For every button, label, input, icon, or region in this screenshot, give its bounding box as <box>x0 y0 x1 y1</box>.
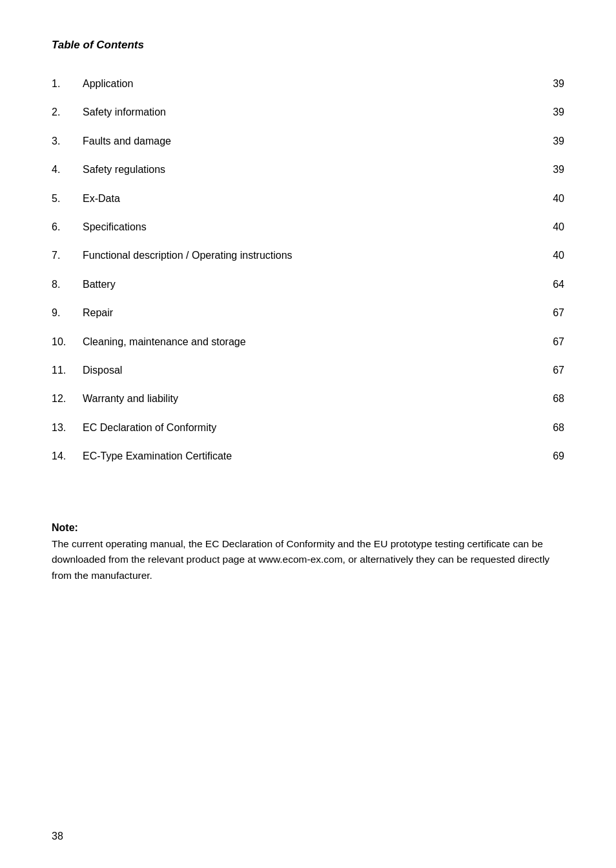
toc-row: 6.Specifications40 <box>52 213 564 241</box>
toc-row-number: 11. <box>52 356 83 385</box>
toc-row: 4.Safety regulations39 <box>52 156 564 184</box>
toc-row-number: 3. <box>52 127 83 156</box>
toc-row: 14.EC-Type Examination Certificate69 <box>52 442 564 470</box>
toc-row-number: 5. <box>52 185 83 213</box>
toc-row-page: 67 <box>532 299 564 327</box>
toc-row-label: EC-Type Examination Certificate <box>83 442 532 470</box>
toc-row-number: 14. <box>52 442 83 470</box>
toc-row-number: 6. <box>52 213 83 241</box>
toc-row-label: Ex-Data <box>83 185 532 213</box>
toc-row-label: Application <box>83 70 532 98</box>
toc-row-number: 7. <box>52 241 83 270</box>
toc-row-label: Disposal <box>83 356 532 385</box>
toc-row: 11.Disposal67 <box>52 356 564 385</box>
toc-row: 9.Repair67 <box>52 299 564 327</box>
toc-row-page: 67 <box>532 356 564 385</box>
toc-row-page: 40 <box>532 213 564 241</box>
toc-row: 8.Battery64 <box>52 270 564 299</box>
toc-row-label: Specifications <box>83 213 532 241</box>
toc-row-page: 67 <box>532 328 564 356</box>
toc-row-page: 64 <box>532 270 564 299</box>
toc-row-page: 40 <box>532 185 564 213</box>
toc-row: 2.Safety information39 <box>52 98 564 126</box>
toc-row-label: Faults and damage <box>83 127 532 156</box>
toc-row-label: Functional description / Operating instr… <box>83 241 532 270</box>
toc-row-page: 39 <box>532 70 564 98</box>
toc-row-page: 39 <box>532 127 564 156</box>
note-text: The current operating manual, the EC Dec… <box>52 536 564 583</box>
toc-row-number: 1. <box>52 70 83 98</box>
toc-row-number: 2. <box>52 98 83 126</box>
toc-row: 5.Ex-Data40 <box>52 185 564 213</box>
toc-row-page: 39 <box>532 156 564 184</box>
toc-row-page: 69 <box>532 442 564 470</box>
toc-row-label: Safety information <box>83 98 532 126</box>
note-label: Note: <box>52 522 564 534</box>
toc-row: 3.Faults and damage39 <box>52 127 564 156</box>
toc-row-label: Battery <box>83 270 532 299</box>
toc-row-number: 4. <box>52 156 83 184</box>
toc-table: 1.Application392.Safety information393.F… <box>52 70 564 470</box>
toc-row-page: 39 <box>532 98 564 126</box>
toc-row-label: EC Declaration of Conformity <box>83 414 532 442</box>
toc-row: 12.Warranty and liability68 <box>52 385 564 413</box>
toc-row-page: 68 <box>532 414 564 442</box>
toc-row-page: 68 <box>532 385 564 413</box>
toc-row: 1.Application39 <box>52 70 564 98</box>
toc-row-label: Safety regulations <box>83 156 532 184</box>
toc-row-number: 8. <box>52 270 83 299</box>
toc-row-number: 13. <box>52 414 83 442</box>
toc-row-number: 12. <box>52 385 83 413</box>
toc-title: Table of Contents <box>52 39 564 52</box>
toc-row-number: 9. <box>52 299 83 327</box>
note-section: Note: The current operating manual, the … <box>52 522 564 583</box>
toc-row: 13.EC Declaration of Conformity68 <box>52 414 564 442</box>
page-number: 38 <box>52 831 63 842</box>
toc-row: 7.Functional description / Operating ins… <box>52 241 564 270</box>
toc-row-label: Warranty and liability <box>83 385 532 413</box>
page: Table of Contents 1.Application392.Safet… <box>0 0 616 868</box>
toc-row-page: 40 <box>532 241 564 270</box>
toc-row-label: Repair <box>83 299 532 327</box>
toc-row-number: 10. <box>52 328 83 356</box>
toc-row-label: Cleaning, maintenance and storage <box>83 328 532 356</box>
toc-row: 10.Cleaning, maintenance and storage67 <box>52 328 564 356</box>
